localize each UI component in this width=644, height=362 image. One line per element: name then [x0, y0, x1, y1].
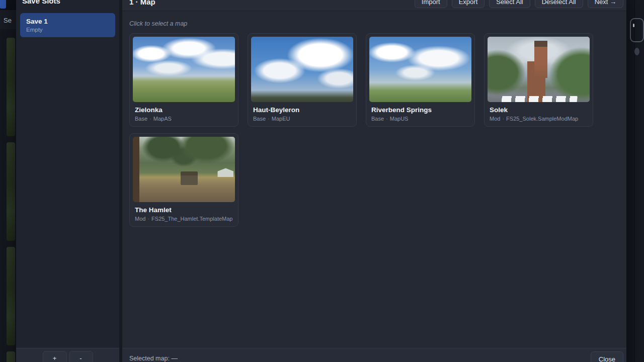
map-kind: Base [135, 116, 147, 122]
map-meta: Base·MapAS [135, 116, 233, 122]
map-name: Solek [490, 106, 588, 114]
background-thumbnail-sliver [7, 38, 15, 136]
map-thumbnail [133, 37, 235, 102]
map-id: MapAS [153, 116, 172, 122]
next-step-button[interactable]: Next → [588, 0, 623, 8]
map-step-header: 1 · Map Import Export Select All Deselec… [122, 0, 626, 11]
map-name: Haut-Beyleron [253, 106, 351, 114]
map-card-haut-beyleron[interactable]: Haut-Beyleron Base·MapEU [248, 33, 357, 127]
map-thumbnail [133, 137, 235, 202]
map-kind: Mod [135, 216, 145, 222]
map-meta: Base·MapEU [253, 116, 351, 122]
map-select-hint: Click to select a map [129, 20, 619, 27]
save-slots-title: Save Slots [22, 0, 119, 6]
select-all-button[interactable]: Select All [489, 0, 530, 8]
map-kind: Base [371, 116, 384, 122]
map-step-footer: Selected map: — Close [122, 348, 626, 362]
background-partial-label: Se [4, 17, 12, 24]
step-title: 1 · Map [129, 0, 415, 6]
meta-separator: · [502, 116, 504, 122]
import-button[interactable]: Import [415, 0, 447, 8]
meta-separator: · [268, 116, 270, 122]
map-card-riverbend-springs[interactable]: Riverbend Springs Base·MapUS [366, 33, 475, 127]
map-kind: Mod [490, 116, 500, 122]
map-name: Zielonka [135, 106, 233, 114]
map-meta: Mod·FS25_Solek.SampleModMap [490, 116, 588, 122]
background-page-right [626, 0, 644, 362]
remove-slot-button[interactable]: - [69, 351, 93, 362]
save-editor-dialog: Save Slots Save 1 Empty + - 1 · Map Impo… [16, 0, 626, 362]
save-slots-footer: + - [16, 348, 119, 362]
map-kind: Base [253, 116, 266, 122]
map-card-zielonka[interactable]: Zielonka Base·MapAS [129, 33, 238, 127]
map-grid-area: Click to select a map Zielonka Base·MapA… [122, 11, 626, 348]
add-slot-button[interactable]: + [43, 351, 67, 362]
map-thumbnail [369, 37, 471, 102]
save-slot-item-selected[interactable]: Save 1 Empty [20, 13, 115, 37]
background-page-left: Se [0, 0, 16, 362]
background-accent-chip [0, 0, 6, 9]
meta-separator: · [149, 116, 151, 122]
meta-separator: · [386, 116, 388, 122]
save-slot-status: Empty [26, 27, 109, 33]
deselect-all-button[interactable]: Deselect All [535, 0, 583, 8]
map-id: FS25_The_Hamlet.TemplateMap [151, 216, 232, 222]
save-slot-list: Save 1 Empty [16, 6, 119, 348]
map-name: Riverbend Springs [371, 106, 469, 114]
map-id: FS25_Solek.SampleModMap [506, 116, 578, 122]
map-card-solek[interactable]: Solek Mod·FS25_Solek.SampleModMap [484, 33, 593, 127]
export-button[interactable]: Export [452, 0, 485, 8]
map-card-the-hamlet[interactable]: The Hamlet Mod·FS25_The_Hamlet.TemplateM… [129, 133, 238, 227]
background-button-glyph [633, 24, 634, 27]
map-meta: Base·MapUS [371, 116, 469, 122]
background-scroll-dot [634, 48, 639, 55]
save-slots-sidebar: Save Slots Save 1 Empty + - [16, 0, 119, 362]
map-thumbnail [251, 37, 353, 102]
map-id: MapEU [272, 116, 290, 122]
map-thumbnail [488, 37, 590, 102]
background-thumbnail-sliver [7, 247, 15, 345]
selected-map-status: Selected map: — [129, 355, 591, 362]
map-meta: Mod·FS25_The_Hamlet.TemplateMap [135, 216, 233, 222]
background-thumbnail-sliver [7, 351, 15, 362]
save-slot-name: Save 1 [26, 17, 109, 26]
map-name: The Hamlet [135, 206, 233, 214]
background-partial-button [630, 18, 644, 42]
map-card-grid: Zielonka Base·MapAS Haut-Beyleron Base·M… [129, 33, 619, 227]
map-step-panel: 1 · Map Import Export Select All Deselec… [122, 0, 626, 362]
meta-separator: · [147, 216, 149, 222]
step-toolbar: Import Export Select All Deselect All Ne… [415, 0, 623, 8]
close-button[interactable]: Close [591, 351, 623, 362]
background-thumbnail-sliver [7, 142, 15, 241]
map-id: MapUS [390, 116, 409, 122]
